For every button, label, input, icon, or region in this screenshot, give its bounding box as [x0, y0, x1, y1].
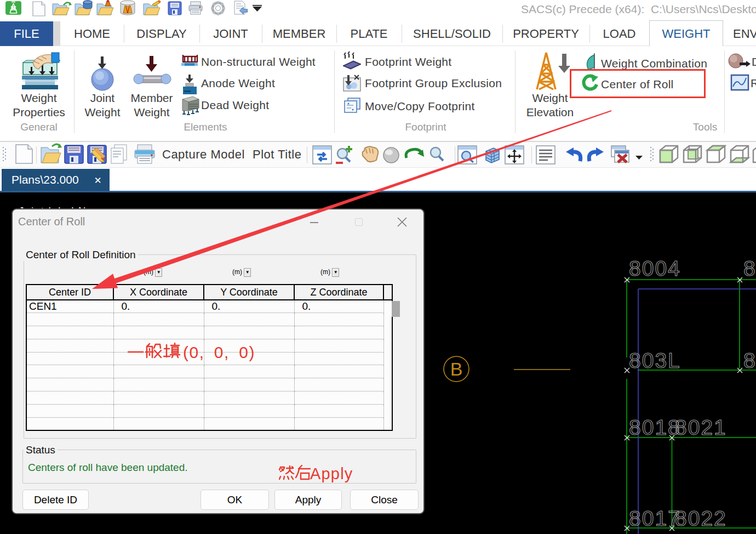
svg-text:B: B: [450, 359, 463, 379]
svg-text:8018: 8018: [629, 416, 681, 439]
svg-text:8017: 8017: [629, 507, 681, 530]
svg-text:8004: 8004: [629, 257, 681, 280]
svg-text:Apply: Apply: [310, 465, 353, 482]
svg-text:803L: 803L: [629, 349, 681, 372]
svg-text:8022: 8022: [675, 507, 727, 530]
svg-text:8: 8: [743, 257, 756, 280]
svg-text:(0, 0, 0): (0, 0, 0): [183, 343, 255, 361]
svg-text:8: 8: [743, 349, 756, 372]
svg-text:8021: 8021: [675, 416, 727, 439]
